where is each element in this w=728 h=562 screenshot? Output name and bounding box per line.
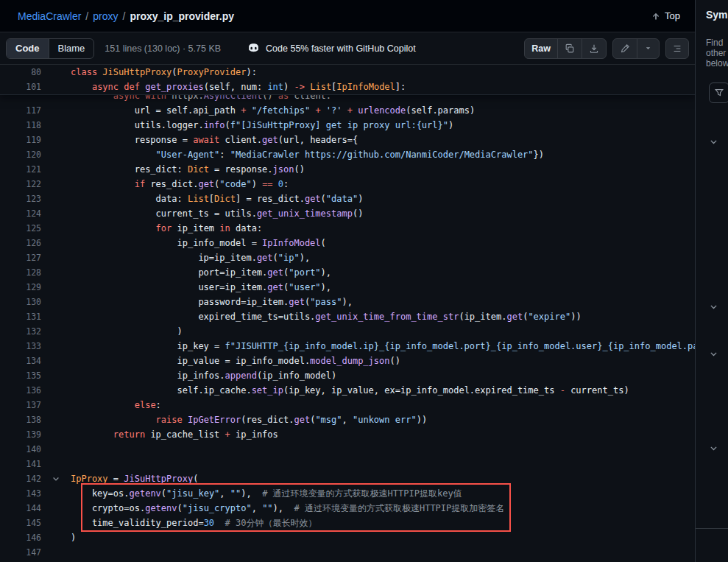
back-to-top-button[interactable]: Top [651,10,680,21]
line-number[interactable]: 142 [0,471,41,486]
line-number[interactable]: 137 [0,398,41,412]
gutter [41,457,71,471]
code-line: 131 expired_time_ts=utils.get_unix_time_… [0,309,695,324]
sticky-scope-lines: 80class JiSuHttpProxy(ProxyProvider):101… [0,65,695,94]
line-number[interactable]: 121 [0,162,41,177]
line-number[interactable]: 117 [0,103,41,118]
gutter [41,339,71,354]
gutter [41,147,71,162]
line-number[interactable]: 123 [0,192,41,206]
edit-dropdown-chevron-icon[interactable] [637,39,659,58]
breadcrumb: MediaCrawler / proxy / proxy_ip_provider… [18,10,234,22]
line-number[interactable]: 80 [0,65,41,80]
symbol-group-chevron-icon[interactable] [709,349,718,359]
code-line: 124 current_ts = utils.get_unix_timestam… [0,206,695,221]
tab-code[interactable]: Code [7,39,49,58]
code-text: password=ip_item.get("pass"), [71,295,695,309]
line-number[interactable]: 144 [0,501,41,516]
path-link[interactable]: proxy [93,10,118,22]
line-number[interactable] [0,94,41,103]
gutter [41,295,71,309]
line-number[interactable]: 141 [0,457,41,471]
gutter [41,309,71,324]
download-icon[interactable] [582,39,606,58]
line-number[interactable]: 120 [0,147,41,162]
main-column: MediaCrawler / proxy / proxy_ip_provider… [0,0,695,562]
code-text: res_dict: Dict = response.json() [71,162,695,177]
gutter [41,501,71,516]
line-number[interactable]: 130 [0,295,41,309]
symbols-panel: Sym Find other below [695,0,728,562]
code-line: 141 [0,457,695,471]
code-text [71,457,695,471]
file-info: 151 lines (130 loc) · 5.75 KB [105,43,221,54]
code-text: if res_dict.get("code") == 0: [71,177,695,192]
gutter [41,398,71,412]
code-line: 130 password=ip_item.get("pass"), [0,295,695,309]
gutter [41,530,71,545]
line-number[interactable]: 145 [0,516,41,530]
code-text: ) [71,530,695,545]
edit-split-button [612,38,660,59]
line-number[interactable]: 118 [0,118,41,133]
edit-pencil-icon[interactable] [613,39,637,58]
page: MediaCrawler / proxy / proxy_ip_provider… [0,0,728,562]
copy-icon[interactable] [557,39,582,58]
code-text: for ip_item in data: [71,221,695,236]
line-number[interactable]: 129 [0,280,41,295]
line-number[interactable]: 127 [0,250,41,265]
line-number[interactable]: 125 [0,221,41,236]
code-line: 120 "User-Agent": "MediaCrawler https://… [0,147,695,162]
line-number[interactable]: 134 [0,354,41,368]
raw-copy-download-group: Raw [524,38,607,59]
line-number[interactable]: 122 [0,177,41,192]
line-number[interactable]: 119 [0,133,41,147]
symbols-panel-toggle-icon[interactable] [665,38,689,59]
line-number[interactable]: 143 [0,486,41,501]
symbol-group-chevron-icon[interactable] [709,137,718,147]
line-number[interactable]: 124 [0,206,41,221]
line-number[interactable]: 139 [0,427,41,442]
raw-button[interactable]: Raw [525,39,557,58]
code-text: utils.logger.info(f"[JiSuHttpProxy] get … [71,118,695,133]
symbols-card: Sym Find other below [696,0,728,529]
line-number[interactable]: 126 [0,236,41,250]
symbol-group-chevron-icon[interactable] [709,302,718,312]
line-number[interactable]: 147 [0,545,41,560]
fold-chevron-icon[interactable] [41,471,71,486]
copilot-banner[interactable]: Code 55% faster with GitHub Copilot [247,42,416,55]
gutter [41,324,71,339]
line-number[interactable]: 136 [0,383,41,398]
code-line: 142IpProxy = JiSuHttpProxy( [0,471,695,486]
repo-link[interactable]: MediaCrawler [18,10,81,22]
arrow-up-icon [651,11,661,21]
gutter [41,118,71,133]
line-number[interactable]: 131 [0,309,41,324]
code-text: ) [71,324,695,339]
line-number[interactable]: 101 [0,80,41,94]
line-number[interactable]: 128 [0,265,41,280]
code-line: 121 res_dict: Dict = response.json() [0,162,695,177]
tab-blame[interactable]: Blame [49,39,94,58]
line-number[interactable]: 132 [0,324,41,339]
code-text: "User-Agent": "MediaCrawler https://gith… [71,147,695,162]
line-number[interactable]: 138 [0,412,41,427]
gutter [41,427,71,442]
symbols-desc-line: Find [706,38,728,48]
line-number[interactable]: 140 [0,442,41,457]
code-text: IpProxy = JiSuHttpProxy( [71,471,695,486]
gutter [41,368,71,383]
gutter [41,280,71,295]
code-text: self.ip_cache.set_ip(ip_key, ip_value, e… [71,383,695,398]
line-number[interactable]: 135 [0,368,41,383]
file-toolbar: Code Blame 151 lines (130 loc) · 5.75 KB… [0,32,695,65]
filter-icon[interactable] [709,82,728,103]
symbol-group-chevron-icon[interactable] [709,443,718,453]
code-lines: 117 url = self.api_path + "/fetchips" + … [0,103,695,560]
line-number[interactable]: 133 [0,339,41,354]
gutter [41,65,71,80]
code-text: key=os.getenv("jisu_key", ""), # 通过环境变量的… [71,486,695,501]
code-text: ip=ip_item.get("ip"), [71,250,695,265]
gutter [41,192,71,206]
line-number[interactable]: 146 [0,530,41,545]
